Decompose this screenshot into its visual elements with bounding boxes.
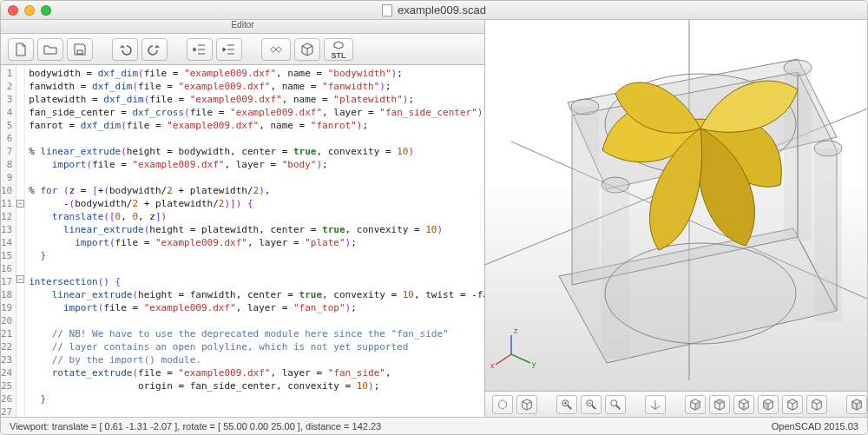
svg-rect-12: [571, 107, 599, 280]
axes-icon: [649, 399, 661, 411]
unindent-icon: [193, 43, 207, 56]
folder-open-icon: [43, 43, 57, 56]
axes-indicator: z y x: [490, 326, 536, 370]
svg-line-33: [616, 405, 620, 408]
main-split: Editor: [1, 20, 867, 417]
viewer-pane: z y x: [485, 20, 867, 417]
zoom-button[interactable]: [41, 5, 51, 16]
viewer-toolbar: »: [485, 391, 867, 417]
close-button[interactable]: [8, 5, 18, 16]
titlebar: example009.scad: [1, 1, 867, 20]
view-top-button[interactable]: [709, 395, 730, 414]
cube-icon: [300, 43, 314, 56]
editor-toolbar: STL: [1, 34, 484, 65]
stl-label: STL: [332, 51, 346, 60]
redo-button[interactable]: [141, 38, 168, 61]
editor-title: Editor: [1, 20, 484, 34]
fold-gutter: −−: [16, 65, 25, 417]
window-title: example009.scad: [1, 3, 867, 16]
export-stl-button[interactable]: STL: [324, 38, 353, 61]
svg-line-36: [651, 405, 655, 409]
undo-icon: [118, 43, 132, 56]
3d-viewport[interactable]: z y x: [485, 20, 867, 391]
svg-rect-14: [814, 148, 842, 322]
indent-icon: [222, 43, 236, 56]
zoom-in-button[interactable]: [556, 395, 577, 414]
zoom-out-button[interactable]: [581, 395, 602, 414]
save-button[interactable]: [67, 38, 93, 61]
indent-button[interactable]: [216, 38, 242, 61]
cube-top-icon: [713, 399, 726, 411]
viewport-status: Viewport: translate = [ 0.61 -1.31 -2.07…: [10, 421, 381, 432]
cube-left-icon: [762, 399, 774, 411]
svg-line-20: [511, 354, 530, 363]
undo-button[interactable]: [112, 38, 138, 61]
view-front-button[interactable]: [782, 395, 803, 414]
zoom-out-icon: [585, 399, 597, 411]
cube-right-icon: [689, 399, 701, 411]
svg-rect-0: [77, 50, 82, 54]
svg-point-32: [611, 399, 617, 405]
svg-line-35: [655, 405, 660, 409]
stl-icon: [332, 39, 345, 51]
cube-front-icon: [786, 399, 799, 411]
svg-text:z: z: [514, 326, 518, 335]
statusbar: Viewport: translate = [ 0.61 -1.31 -2.07…: [1, 417, 867, 434]
view-bottom-button[interactable]: [733, 395, 754, 414]
line-number-gutter: 1 2 3 4 5 6 7 8 9 10 11 12 13 14 15 16 1…: [1, 65, 16, 417]
window-controls: [8, 5, 51, 16]
view-back-button[interactable]: [806, 395, 827, 414]
svg-text:y: y: [532, 359, 536, 368]
zoom-in-icon: [561, 399, 573, 411]
view-right-button[interactable]: [685, 395, 706, 414]
model-box: [559, 59, 842, 363]
version-label: OpenSCAD 2015.03: [772, 421, 858, 432]
editor-pane: Editor: [1, 20, 485, 417]
code-editor[interactable]: 1 2 3 4 5 6 7 8 9 10 11 12 13 14 15 16 1…: [1, 65, 484, 417]
svg-line-30: [592, 405, 595, 408]
svg-point-17: [605, 243, 796, 344]
svg-text:x: x: [490, 361, 495, 370]
view-diagonal-button[interactable]: [846, 395, 867, 414]
redo-icon: [148, 43, 161, 56]
vt-preview-button[interactable]: [492, 395, 513, 414]
new-button[interactable]: [8, 38, 34, 61]
unindent-button[interactable]: [187, 38, 213, 61]
render-button[interactable]: [294, 38, 320, 61]
save-icon: [73, 43, 87, 56]
svg-line-21: [496, 354, 511, 365]
minimize-button[interactable]: [24, 5, 35, 16]
cube-back-icon: [811, 399, 823, 411]
new-file-icon: [14, 43, 28, 56]
svg-line-26: [568, 405, 571, 408]
cube-diagonal-icon: [851, 399, 863, 411]
zoom-reset-button[interactable]: [605, 395, 626, 414]
preview-button[interactable]: [261, 38, 291, 61]
zoom-reset-icon: [609, 399, 621, 411]
view-left-button[interactable]: [758, 395, 779, 414]
vt-render-button[interactable]: [516, 395, 537, 414]
preview-icon: [269, 43, 283, 56]
cube-icon: [521, 399, 533, 411]
open-button[interactable]: [37, 38, 63, 61]
cube-bottom-icon: [738, 399, 750, 411]
document-icon: [382, 4, 392, 16]
code-area[interactable]: bodywidth = dxf_dim(file = "example009.d…: [25, 65, 484, 417]
preview-icon: [496, 399, 509, 411]
show-axes-button[interactable]: [645, 395, 666, 414]
window-title-text: example009.scad: [398, 3, 486, 16]
